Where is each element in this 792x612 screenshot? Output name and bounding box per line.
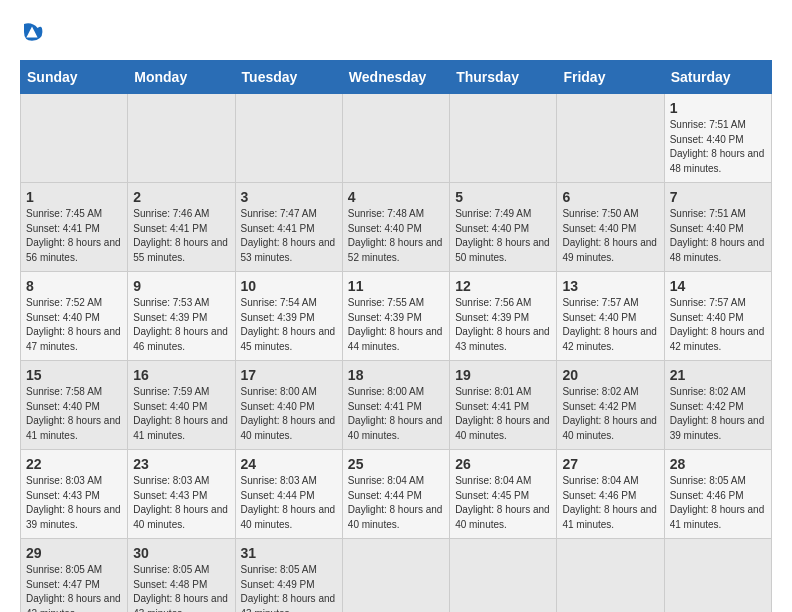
calendar-cell [557, 539, 664, 613]
day-number: 29 [26, 545, 122, 561]
calendar-cell: 24Sunrise: 8:03 AMSunset: 4:44 PMDayligh… [235, 450, 342, 539]
calendar-cell: 2Sunrise: 7:46 AMSunset: 4:41 PMDaylight… [128, 183, 235, 272]
calendar-cell: 6Sunrise: 7:50 AMSunset: 4:40 PMDaylight… [557, 183, 664, 272]
day-number: 11 [348, 278, 444, 294]
calendar-cell: 7Sunrise: 7:51 AMSunset: 4:40 PMDaylight… [664, 183, 771, 272]
day-info: Sunrise: 8:04 AMSunset: 4:44 PMDaylight:… [348, 474, 444, 532]
calendar-cell: 18Sunrise: 8:00 AMSunset: 4:41 PMDayligh… [342, 361, 449, 450]
day-number: 6 [562, 189, 658, 205]
calendar-cell: 17Sunrise: 8:00 AMSunset: 4:40 PMDayligh… [235, 361, 342, 450]
calendar-cell: 19Sunrise: 8:01 AMSunset: 4:41 PMDayligh… [450, 361, 557, 450]
calendar-cell [342, 94, 449, 183]
day-info: Sunrise: 8:00 AMSunset: 4:41 PMDaylight:… [348, 385, 444, 443]
calendar-cell [128, 94, 235, 183]
calendar-body: 1Sunrise: 7:51 AMSunset: 4:40 PMDaylight… [21, 94, 772, 613]
day-info: Sunrise: 7:51 AMSunset: 4:40 PMDaylight:… [670, 118, 766, 176]
day-number: 12 [455, 278, 551, 294]
calendar-week-row: 29Sunrise: 8:05 AMSunset: 4:47 PMDayligh… [21, 539, 772, 613]
day-number: 24 [241, 456, 337, 472]
day-number: 4 [348, 189, 444, 205]
day-number: 10 [241, 278, 337, 294]
day-number: 8 [26, 278, 122, 294]
calendar-cell: 31Sunrise: 8:05 AMSunset: 4:49 PMDayligh… [235, 539, 342, 613]
calendar-cell [450, 94, 557, 183]
day-info: Sunrise: 8:05 AMSunset: 4:47 PMDaylight:… [26, 563, 122, 612]
day-info: Sunrise: 7:45 AMSunset: 4:41 PMDaylight:… [26, 207, 122, 265]
day-number: 25 [348, 456, 444, 472]
calendar-cell: 29Sunrise: 8:05 AMSunset: 4:47 PMDayligh… [21, 539, 128, 613]
weekday-header: Tuesday [235, 61, 342, 94]
day-number: 21 [670, 367, 766, 383]
day-number: 28 [670, 456, 766, 472]
calendar-cell: 11Sunrise: 7:55 AMSunset: 4:39 PMDayligh… [342, 272, 449, 361]
calendar-cell: 13Sunrise: 7:57 AMSunset: 4:40 PMDayligh… [557, 272, 664, 361]
day-number: 19 [455, 367, 551, 383]
day-number: 18 [348, 367, 444, 383]
day-info: Sunrise: 7:52 AMSunset: 4:40 PMDaylight:… [26, 296, 122, 354]
day-info: Sunrise: 7:57 AMSunset: 4:40 PMDaylight:… [562, 296, 658, 354]
day-info: Sunrise: 8:03 AMSunset: 4:43 PMDaylight:… [133, 474, 229, 532]
day-info: Sunrise: 8:05 AMSunset: 4:49 PMDaylight:… [241, 563, 337, 612]
day-number: 13 [562, 278, 658, 294]
calendar-cell: 28Sunrise: 8:05 AMSunset: 4:46 PMDayligh… [664, 450, 771, 539]
calendar-cell: 10Sunrise: 7:54 AMSunset: 4:39 PMDayligh… [235, 272, 342, 361]
page-header [20, 20, 772, 44]
day-info: Sunrise: 7:59 AMSunset: 4:40 PMDaylight:… [133, 385, 229, 443]
calendar-cell: 3Sunrise: 7:47 AMSunset: 4:41 PMDaylight… [235, 183, 342, 272]
calendar-cell: 1Sunrise: 7:51 AMSunset: 4:40 PMDaylight… [664, 94, 771, 183]
day-number: 22 [26, 456, 122, 472]
calendar-cell: 21Sunrise: 8:02 AMSunset: 4:42 PMDayligh… [664, 361, 771, 450]
day-info: Sunrise: 8:02 AMSunset: 4:42 PMDaylight:… [670, 385, 766, 443]
calendar-week-row: 1Sunrise: 7:45 AMSunset: 4:41 PMDaylight… [21, 183, 772, 272]
calendar-cell: 5Sunrise: 7:49 AMSunset: 4:40 PMDaylight… [450, 183, 557, 272]
calendar-cell: 22Sunrise: 8:03 AMSunset: 4:43 PMDayligh… [21, 450, 128, 539]
calendar-week-row: 8Sunrise: 7:52 AMSunset: 4:40 PMDaylight… [21, 272, 772, 361]
weekday-header: Monday [128, 61, 235, 94]
day-info: Sunrise: 8:04 AMSunset: 4:46 PMDaylight:… [562, 474, 658, 532]
day-number: 20 [562, 367, 658, 383]
day-number: 3 [241, 189, 337, 205]
calendar-cell: 9Sunrise: 7:53 AMSunset: 4:39 PMDaylight… [128, 272, 235, 361]
day-number: 9 [133, 278, 229, 294]
calendar-cell: 1Sunrise: 7:45 AMSunset: 4:41 PMDaylight… [21, 183, 128, 272]
calendar-cell [235, 94, 342, 183]
day-number: 5 [455, 189, 551, 205]
calendar-cell: 23Sunrise: 8:03 AMSunset: 4:43 PMDayligh… [128, 450, 235, 539]
day-number: 30 [133, 545, 229, 561]
day-number: 16 [133, 367, 229, 383]
day-number: 31 [241, 545, 337, 561]
day-info: Sunrise: 7:47 AMSunset: 4:41 PMDaylight:… [241, 207, 337, 265]
calendar-cell [664, 539, 771, 613]
weekday-header: Thursday [450, 61, 557, 94]
calendar-week-row: 15Sunrise: 7:58 AMSunset: 4:40 PMDayligh… [21, 361, 772, 450]
calendar-cell: 16Sunrise: 7:59 AMSunset: 4:40 PMDayligh… [128, 361, 235, 450]
calendar-cell: 30Sunrise: 8:05 AMSunset: 4:48 PMDayligh… [128, 539, 235, 613]
day-info: Sunrise: 7:48 AMSunset: 4:40 PMDaylight:… [348, 207, 444, 265]
day-info: Sunrise: 7:51 AMSunset: 4:40 PMDaylight:… [670, 207, 766, 265]
day-info: Sunrise: 8:02 AMSunset: 4:42 PMDaylight:… [562, 385, 658, 443]
calendar-cell: 27Sunrise: 8:04 AMSunset: 4:46 PMDayligh… [557, 450, 664, 539]
day-info: Sunrise: 8:05 AMSunset: 4:48 PMDaylight:… [133, 563, 229, 612]
calendar-cell: 26Sunrise: 8:04 AMSunset: 4:45 PMDayligh… [450, 450, 557, 539]
weekday-header: Sunday [21, 61, 128, 94]
weekday-header: Friday [557, 61, 664, 94]
day-info: Sunrise: 7:49 AMSunset: 4:40 PMDaylight:… [455, 207, 551, 265]
calendar-cell: 15Sunrise: 7:58 AMSunset: 4:40 PMDayligh… [21, 361, 128, 450]
calendar-table: SundayMondayTuesdayWednesdayThursdayFrid… [20, 60, 772, 612]
day-number: 2 [133, 189, 229, 205]
day-info: Sunrise: 8:03 AMSunset: 4:43 PMDaylight:… [26, 474, 122, 532]
day-info: Sunrise: 8:00 AMSunset: 4:40 PMDaylight:… [241, 385, 337, 443]
day-number: 27 [562, 456, 658, 472]
calendar-week-row: 1Sunrise: 7:51 AMSunset: 4:40 PMDaylight… [21, 94, 772, 183]
weekday-header: Saturday [664, 61, 771, 94]
day-number: 15 [26, 367, 122, 383]
day-info: Sunrise: 7:55 AMSunset: 4:39 PMDaylight:… [348, 296, 444, 354]
day-number: 23 [133, 456, 229, 472]
logo [20, 20, 48, 44]
calendar-cell [342, 539, 449, 613]
day-number: 1 [670, 100, 766, 116]
day-info: Sunrise: 7:46 AMSunset: 4:41 PMDaylight:… [133, 207, 229, 265]
calendar-week-row: 22Sunrise: 8:03 AMSunset: 4:43 PMDayligh… [21, 450, 772, 539]
day-number: 26 [455, 456, 551, 472]
day-number: 17 [241, 367, 337, 383]
